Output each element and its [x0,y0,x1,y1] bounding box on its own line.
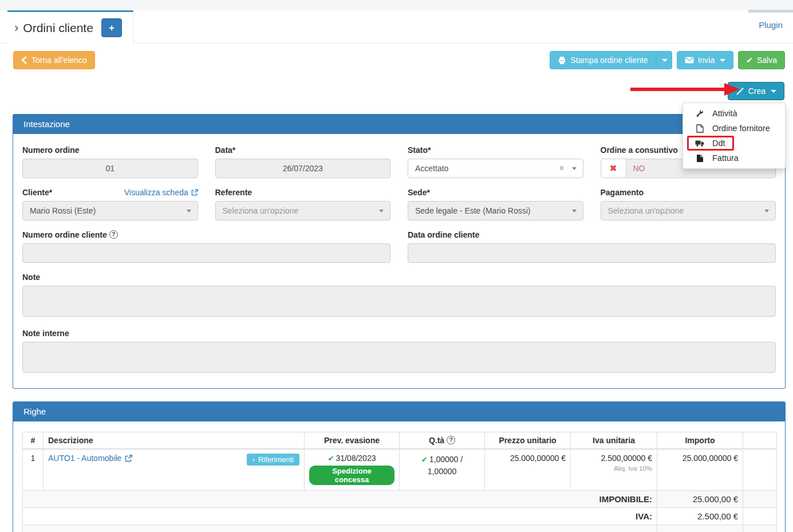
panel-righe-title: Righe [13,402,785,421]
field-note: Note [22,273,776,319]
print-order-label: Stampa ordine cliente [570,56,648,65]
col-prev-evasione: Prev. evasione [305,432,400,450]
prezzo-value: 25.000,00000 € [485,449,571,490]
wrench-icon [695,109,704,118]
iva-cell: 2.500,00000 € Aliq. Iva 10% [571,449,657,490]
field-cliente: Cliente* Visualizza scheda Mario Rossi (… [22,188,198,220]
iva-total-label: IVA: [23,507,657,525]
menu-item-ddt[interactable]: Ddt [683,136,785,151]
stato-label: Stato* [408,145,583,155]
col-descrizione: Descrizione [44,432,305,450]
send-label: Invia [698,56,715,65]
imponibile-label: IMPONIBILE: [23,490,657,507]
help-icon: ? [109,230,118,239]
iva-value: 2.500,00000 € [575,454,652,463]
riferimenti-label: Riferimenti [258,455,294,464]
check-icon: ✔ [328,454,334,463]
annotation-highlight-box [687,136,734,151]
check-icon: ✔ [746,56,753,65]
pagamento-select[interactable]: Seleziona un'opzione [601,201,776,220]
plugin-link[interactable]: Plugin [759,20,783,30]
print-split-button: Stampa ordine cliente [550,51,672,69]
numero-ordine-input[interactable] [22,159,198,178]
col-prezzo-unitario: Prezzo unitario [485,432,571,450]
printer-icon [558,56,566,65]
save-button[interactable]: ✔ Salva [738,51,785,69]
col-actions [743,432,777,450]
cliente-label: Cliente* [22,188,52,197]
field-pagamento: Pagamento Seleziona un'opzione [601,188,776,220]
tab-plugin[interactable]: Plugin [748,10,793,44]
iva-note: Aliq. Iva 10% [575,465,652,472]
sede-value: Sede legale - Este (Mario Rossi) [415,206,531,215]
external-link-icon [125,455,132,462]
toolbar-right: Stampa ordine cliente Invia ✔ Salva [550,51,785,69]
chevron-left-icon [21,56,27,64]
total-row-imponibile: IMPONIBILE: 25.000,00 € [23,490,777,507]
x-mark-icon[interactable]: ✖ [601,159,626,178]
create-dropdown-menu: Attività Ordine fornitore Ddt Fattura [682,103,786,169]
caret-down-icon [764,210,769,212]
caret-down-icon [379,210,384,212]
truck-icon [695,139,704,147]
panel-intestazione: Intestazione Numero ordine Data* Stato* … [13,114,786,389]
sede-select[interactable]: Sede legale - Este (Mario Rossi) [408,201,583,220]
create-button[interactable]: Crea [728,82,784,100]
iva-total-value: 2.500,00 € [657,507,743,525]
back-to-list-button[interactable]: Torna all'elenco [13,51,95,69]
cliente-select[interactable]: Mario Rossi (Este) [22,201,198,220]
clear-icon[interactable]: × [559,164,564,173]
col-iva-unitaria: Iva unitaria [571,432,657,450]
field-numero-ordine: Numero ordine [22,145,198,178]
send-button[interactable]: Invia [677,51,734,69]
menu-item-fattura[interactable]: Fattura [683,151,785,165]
numero-ordine-cliente-input[interactable] [22,243,390,263]
visualizza-scheda-label: Visualizza scheda [124,188,188,197]
col-importo: Importo [657,432,743,450]
menu-item-ordine-fornitore[interactable]: Ordine fornitore [683,121,785,136]
external-link-icon [191,189,198,196]
panel-intestazione-title: Intestazione [13,115,785,134]
importo-value: 25.000,00000 € [657,449,743,490]
print-order-button[interactable]: Stampa ordine cliente [550,51,656,69]
imponibile-value: 25.000,00 € [657,490,743,507]
riferimenti-button[interactable]: › Riferimenti [247,454,299,466]
field-numero-ordine-cliente: Numero ordine cliente? [22,230,390,263]
menu-item-attivita[interactable]: Attività [683,106,785,121]
plus-icon: + [109,22,115,34]
article-link[interactable]: AUTO1 - Automobile [48,454,132,463]
note-textarea[interactable] [22,286,776,317]
add-order-button[interactable]: + [101,18,122,37]
referente-select[interactable]: Seleziona un'opzione [215,201,391,220]
caret-down-icon [572,167,577,170]
data-input[interactable] [215,159,391,178]
print-options-button[interactable] [656,51,672,69]
caret-down-icon [771,90,776,93]
cliente-value: Mario Rossi (Este) [30,206,96,215]
angle-right-icon: › [14,22,18,34]
caret-down-icon [572,210,577,212]
caret-down-icon [720,59,725,62]
caret-down-icon [662,59,668,62]
prev-evasione-value: 31/08/2023 [336,454,376,463]
create-label: Crea [748,86,766,96]
pagamento-label: Pagamento [601,188,776,197]
col-qta: Q.tà? [400,432,485,450]
table-header-row: # Descrizione Prev. evasione Q.tà? Prezz… [23,432,777,450]
field-stato: Stato* Accettato × [408,145,583,178]
data-ordine-cliente-input[interactable] [408,243,776,263]
menu-item-label: Fattura [712,153,739,163]
visualizza-scheda-link[interactable]: Visualizza scheda [124,188,198,197]
note-interne-textarea[interactable] [22,342,776,373]
caret-down-icon [187,210,191,212]
field-data: Data* [215,145,391,178]
data-ordine-cliente-label: Data ordine cliente [408,230,776,239]
data-label: Data* [215,145,391,155]
stato-value: Accettato [415,164,448,173]
tab-ordini-cliente[interactable]: › Ordini cliente + [7,10,133,44]
back-to-list-label: Torna all'elenco [31,56,87,65]
stato-select[interactable]: Accettato × [408,159,583,178]
qta-value: ✔1,00000 / 1,00000 [410,454,474,477]
file-outline-icon [695,124,704,133]
referente-label: Referente [215,188,391,197]
